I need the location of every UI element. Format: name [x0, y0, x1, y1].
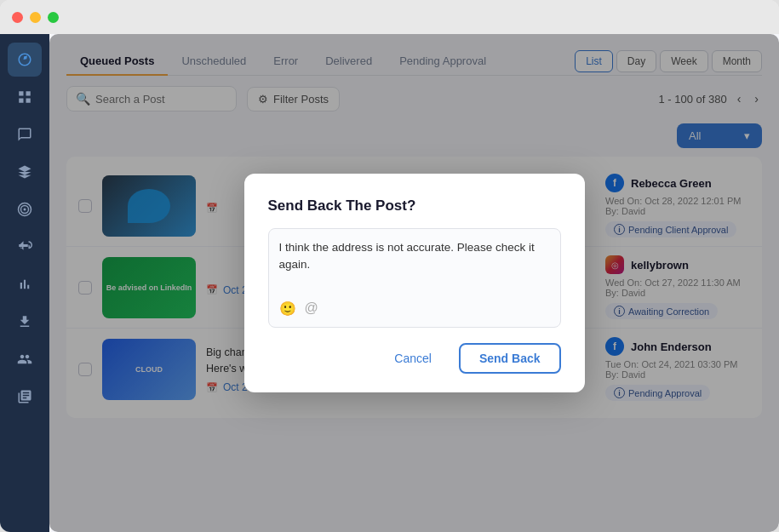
compass-icon [17, 52, 32, 67]
chat-icon [17, 127, 32, 142]
modal-overlay: Send Back The Post? I think the address … [49, 34, 779, 532]
sidebar-icon-compass[interactable] [8, 43, 42, 77]
books-icon [17, 389, 32, 404]
send-back-modal: Send Back The Post? I think the address … [244, 174, 585, 392]
chart-icon [17, 277, 32, 292]
close-button[interactable] [12, 12, 23, 23]
modal-textarea[interactable]: I think the address is not accurate. Ple… [279, 239, 550, 290]
sidebar-icon-megaphone[interactable] [8, 230, 42, 264]
sidebar-icon-books[interactable] [8, 380, 42, 414]
sidebar-icon-target[interactable] [8, 192, 42, 226]
titlebar [0, 0, 779, 34]
app-body: Queued Posts Unscheduled Error Delivered… [0, 34, 779, 532]
mention-icon[interactable]: @ [305, 300, 318, 317]
modal-title: Send Back The Post? [268, 197, 561, 215]
sidebar [0, 34, 49, 532]
cancel-button[interactable]: Cancel [377, 343, 449, 374]
sidebar-icon-grid[interactable] [8, 80, 42, 114]
sidebar-icon-chat[interactable] [8, 117, 42, 152]
sidebar-icon-download[interactable] [8, 305, 42, 339]
svg-point-2 [24, 209, 26, 211]
emoji-icon[interactable]: 🙂 [279, 300, 296, 317]
send-back-button[interactable]: Send Back [459, 343, 561, 374]
analytics-icon [17, 164, 32, 180]
download-icon [17, 314, 32, 329]
minimize-button[interactable] [30, 12, 41, 23]
modal-textarea-container[interactable]: I think the address is not accurate. Ple… [268, 228, 561, 328]
sidebar-icon-users[interactable] [8, 342, 42, 376]
target-icon [17, 202, 32, 217]
main-content: Queued Posts Unscheduled Error Delivered… [49, 34, 779, 532]
sidebar-icon-analytics[interactable] [8, 155, 42, 189]
app-window: Queued Posts Unscheduled Error Delivered… [0, 0, 779, 532]
users-icon [17, 352, 32, 367]
maximize-button[interactable] [48, 12, 59, 23]
sidebar-icon-chart[interactable] [8, 267, 42, 301]
megaphone-icon [17, 239, 32, 255]
content-area: Queued Posts Unscheduled Error Delivered… [49, 34, 779, 532]
grid-icon [17, 89, 32, 105]
modal-actions: Cancel Send Back [268, 343, 561, 374]
modal-icons-row: 🙂 @ [279, 300, 550, 317]
